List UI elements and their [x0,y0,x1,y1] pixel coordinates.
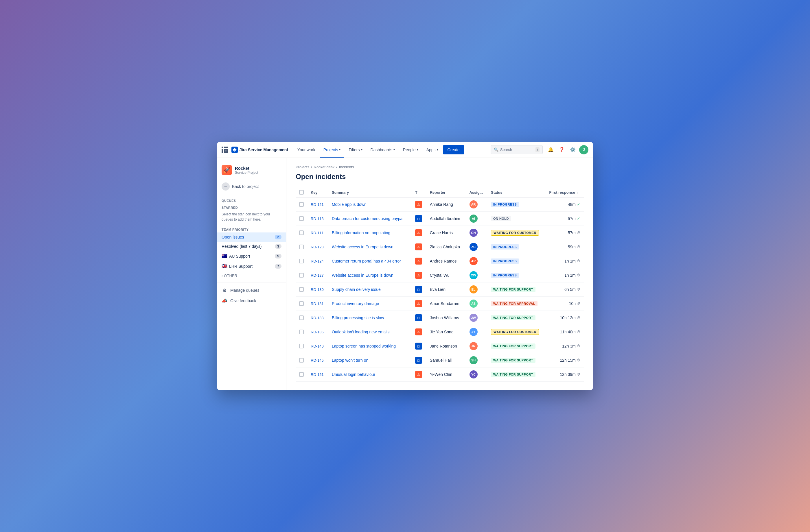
back-to-project-button[interactable]: ← Back to project [217,180,286,193]
issue-summary-link[interactable]: Billing information not populating [332,230,390,235]
issue-summary-link[interactable]: Unusual login behaviour [332,372,375,377]
nav-apps[interactable]: Apps ▾ [423,142,442,157]
assignee-avatar: AR [470,257,477,265]
row-checkbox[interactable] [299,372,304,377]
grid-menu-icon[interactable] [222,147,228,153]
nav-people[interactable]: People ▾ [400,142,422,157]
status-badge: WAITING FOR SUPPORT [491,315,535,320]
issue-summary-link[interactable]: Data breach for customers using paypal [332,216,403,221]
issue-key-link[interactable]: RD-113 [311,217,324,221]
row-first-response: 6h 5m⏱ [546,282,584,297]
row-first-response: 11h 40m⏱ [546,325,584,339]
issue-summary-link[interactable]: Billing processing site is slow [332,315,384,320]
settings-icon[interactable]: ⚙️ [568,145,578,154]
nav-dashboards[interactable]: Dashboards ▾ [367,142,399,157]
row-checkbox-cell [296,240,307,254]
row-checkbox[interactable] [299,259,304,263]
nav-projects[interactable]: Projects ▾ [320,142,344,157]
type-icon: ⚠ [415,229,422,236]
project-icon: 🚀 [222,165,232,175]
resolved-label: Resolved (last 7 days) [222,244,275,249]
breadcrumb-projects[interactable]: Projects [296,165,309,169]
issue-key-link[interactable]: RD-123 [311,245,324,249]
issue-key-link[interactable]: RD-145 [311,358,324,363]
th-first-response[interactable]: First response ↑ [546,188,584,197]
row-checkbox[interactable] [299,287,304,292]
issue-summary-link[interactable]: Customer return portal has a 404 error [332,259,401,263]
row-reporter: Grace Harris [426,226,466,240]
issue-summary-link[interactable]: Laptop won't turn on [332,358,368,363]
issue-key-link[interactable]: RD-133 [311,316,324,320]
time-value: 57m [568,216,576,221]
nav-filters[interactable]: Filters ▾ [345,142,366,157]
notifications-icon[interactable]: 🔔 [546,145,555,154]
assignee-avatar: AI [470,215,477,222]
issue-key-link[interactable]: RD-121 [311,202,324,207]
row-checkbox[interactable] [299,330,304,334]
row-assignee: SH [466,353,487,367]
issue-summary-link[interactable]: Laptop screen has stopped working [332,344,396,348]
help-icon[interactable]: ❓ [557,145,566,154]
row-checkbox[interactable] [299,358,304,363]
issue-key-link[interactable]: RD-130 [311,287,324,292]
table-row: RD-111 Billing information not populatin… [296,226,584,240]
sidebar-item-au-support[interactable]: 🇦🇺 AU Support 5 [217,251,286,261]
type-icon: ◻ [415,357,422,364]
issue-key-link[interactable]: RD-151 [311,372,324,377]
assignee-avatar: GH [470,229,477,237]
row-status: IN PROGRESS [487,268,546,282]
give-feedback-label: Give feedback [230,298,256,303]
filters-chevron-icon: ▾ [361,148,362,151]
row-checkbox[interactable] [299,315,304,320]
row-checkbox[interactable] [299,230,304,235]
issue-summary-link[interactable]: Website access in Europe is down [332,273,393,278]
issue-summary-link[interactable]: Outlook isn't loading new emails [332,330,390,334]
status-badge: WAITING FOR SUPPORT [491,372,535,377]
status-badge: IN PROGRESS [491,202,519,207]
au-flag-icon: 🇦🇺 [222,253,227,259]
row-summary: Mobile app is down [328,197,412,212]
sidebar-item-open-issues[interactable]: Open issues 2 [217,232,286,242]
row-checkbox[interactable] [299,202,304,207]
create-button[interactable]: Create [443,145,464,154]
row-checkbox[interactable] [299,301,304,306]
sidebar-item-resolved[interactable]: Resolved (last 7 days) 3 [217,242,286,251]
issue-key-link[interactable]: RD-127 [311,273,324,278]
issue-summary-link[interactable]: Website access in Europe is down [332,245,393,249]
issue-key-link[interactable]: RD-131 [311,302,324,306]
time-value: 59m [568,245,576,249]
type-icon: ⚠ [415,257,422,265]
select-all-checkbox[interactable] [299,190,304,195]
row-checkbox[interactable] [299,216,304,221]
row-assignee: JR [466,339,487,353]
sidebar-other-section[interactable]: › OTHER [217,271,286,280]
row-checkbox[interactable] [299,273,304,278]
time-value: 1h 1m [564,273,576,278]
lhr-support-badge: 7 [275,264,281,269]
row-type: ◻ [412,212,426,226]
user-avatar[interactable]: J [579,145,588,154]
sidebar-item-lhr-support[interactable]: 🇬🇧 LHR Support 7 [217,261,286,271]
issue-key-link[interactable]: RD-136 [311,330,324,334]
row-reporter: Joshua Williams [426,311,466,325]
back-label: Back to project [232,184,259,189]
issue-key-link[interactable]: RD-111 [311,231,324,235]
issue-summary-link[interactable]: Mobile app is down [332,202,367,207]
issue-summary-link[interactable]: Product inventory damage [332,301,379,306]
issue-summary-link[interactable]: Supply chain delivery issue [332,287,381,292]
row-status: WAITING FOR SUPPORT [487,353,546,367]
row-checkbox[interactable] [299,344,304,348]
issue-key-link[interactable]: RD-124 [311,259,324,263]
issue-key-link[interactable]: RD-140 [311,344,324,348]
row-checkbox[interactable] [299,245,304,249]
row-first-response: 12h 3m⏱ [546,339,584,353]
manage-queues-action[interactable]: ⚙ Manage queues [217,285,286,296]
breadcrumb-rocket-desk[interactable]: Rocket desk [314,165,335,169]
search-box[interactable]: 🔍 Search / [491,145,543,154]
row-checkbox-cell [296,212,307,226]
status-badge: WAITING FOR SUPPORT [491,287,535,292]
nav-your-work[interactable]: Your work [294,142,319,157]
th-select-all[interactable] [296,188,307,197]
clock-icon: ⏱ [577,259,580,263]
give-feedback-action[interactable]: 📣 Give feedback [217,296,286,306]
